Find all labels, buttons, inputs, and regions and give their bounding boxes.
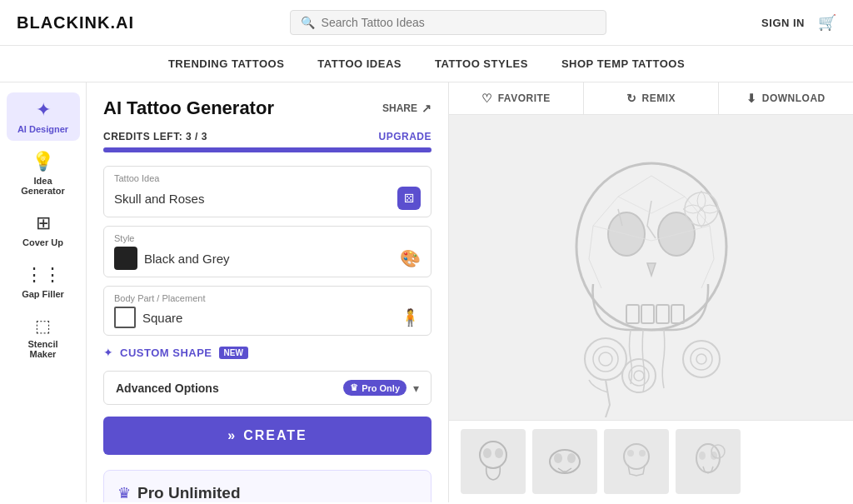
logo[interactable]: BLACKINK.AI (17, 13, 134, 32)
advanced-options-row[interactable]: Advanced Options ♛ Pro Only ▾ (103, 371, 431, 405)
body-part-value-row: Square (114, 307, 182, 328)
pro-crown-icon: ♛ (117, 484, 131, 502)
style-field[interactable]: Style Black and Grey 🎨 (103, 226, 431, 277)
create-button[interactable]: » CREATE (103, 417, 431, 455)
body-part-field[interactable]: Body Part / Placement Square 🧍 (103, 286, 431, 336)
square-placement-icon (114, 307, 136, 328)
body-part-value: Square (142, 311, 182, 325)
svg-point-25 (639, 450, 646, 457)
stencil-maker-icon: ⬚ (35, 316, 51, 336)
new-badge: NEW (219, 347, 248, 359)
person-placement-icon[interactable]: 🧍 (400, 307, 421, 327)
sidebar-label-idea-generator: Idea Generator (17, 176, 70, 196)
title-row: AI Tattoo Generator SHARE ↗ (103, 97, 431, 119)
upgrade-button[interactable]: UPGRADE (378, 131, 431, 142)
share-label: SHARE (382, 102, 417, 114)
dice-icon[interactable]: ⚄ (397, 187, 421, 210)
sidebar-label-gap-filler: Gap Filler (22, 289, 64, 299)
svg-point-9 (599, 352, 612, 366)
svg-point-7 (585, 338, 626, 380)
sidebar-label-cover-up: Cover Up (22, 237, 63, 247)
cover-up-icon: ⊞ (36, 212, 51, 234)
advanced-options-label: Advanced Options (116, 382, 219, 395)
body-part-content: Square 🧍 (114, 307, 421, 328)
custom-shape-star-icon: ✦ (103, 346, 113, 359)
download-icon: ⬇ (746, 92, 757, 105)
svg-point-21 (554, 453, 562, 463)
thumbnail-3[interactable] (604, 429, 669, 494)
idea-generator-icon: 💡 (32, 151, 54, 172)
pro-only-label: Pro Only (362, 383, 400, 393)
svg-point-19 (495, 448, 503, 458)
sidebar-item-cover-up[interactable]: ⊞ Cover Up (7, 206, 80, 254)
svg-point-20 (550, 450, 580, 473)
svg-rect-6 (671, 305, 684, 323)
sidebar-item-gap-filler[interactable]: ⋮⋮ Gap Filler (7, 257, 80, 306)
svg-point-10 (622, 359, 656, 392)
svg-point-27 (699, 452, 706, 460)
progress-fill (103, 147, 431, 152)
progress-bar (103, 147, 431, 152)
tattoo-idea-value: Skull and Roses (114, 192, 204, 206)
credits-text: CREDITS LEFT: 3 / 3 (103, 131, 207, 142)
credits-row: CREDITS LEFT: 3 / 3 UPGRADE (103, 131, 431, 142)
share-icon: ↗ (422, 102, 431, 115)
create-label: CREATE (243, 428, 307, 443)
share-button[interactable]: SHARE ↗ (382, 102, 431, 115)
gap-filler-icon: ⋮⋮ (25, 264, 62, 286)
main-layout: ✦ AI Designer 💡 Idea Generator ⊞ Cover U… (0, 82, 853, 502)
advanced-options-right: ♛ Pro Only ▾ (343, 380, 419, 396)
favorite-button[interactable]: ♡ FAVORITE (449, 82, 584, 114)
svg-point-24 (627, 450, 634, 457)
pro-title-row: ♛ Pro Unlimited (117, 484, 417, 502)
thumbnail-4[interactable] (676, 429, 741, 494)
style-label: Style (114, 233, 421, 243)
svg-point-14 (691, 348, 712, 370)
remix-button[interactable]: ↻ REMIX (584, 82, 719, 114)
sidebar-item-ai-designer[interactable]: ✦ AI Designer (7, 92, 80, 141)
thumbnail-1[interactable] (461, 429, 526, 494)
thumbnail-2[interactable] (532, 429, 597, 494)
sign-in-button[interactable]: SIGN IN (761, 17, 805, 29)
header: BLACKINK.AI 🔍 SIGN IN 🛒 (0, 0, 853, 46)
svg-point-22 (567, 453, 576, 463)
nav-item-styles[interactable]: TATTOO STYLES (435, 57, 528, 70)
svg-point-13 (683, 341, 720, 377)
nav-item-shop[interactable]: SHOP TEMP TATTOOS (561, 57, 685, 70)
sidebar: ✦ AI Designer 💡 Idea Generator ⊞ Cover U… (0, 82, 87, 502)
svg-point-12 (634, 371, 644, 381)
download-button[interactable]: ⬇ DOWNLOAD (719, 82, 853, 114)
svg-rect-5 (656, 305, 669, 323)
heart-icon: ♡ (481, 92, 493, 105)
ai-designer-icon: ✦ (36, 99, 51, 121)
pro-title: Pro Unlimited (137, 484, 241, 502)
svg-point-16 (685, 192, 718, 226)
custom-shape-label: CUSTOM SHAPE (120, 347, 212, 359)
body-part-label: Body Part / Placement (114, 293, 421, 303)
tattoo-idea-content: Skull and Roses ⚄ (114, 187, 421, 210)
create-icon: » (227, 428, 237, 443)
style-change-icon[interactable]: 🎨 (400, 248, 421, 268)
cart-icon[interactable]: 🛒 (818, 13, 836, 32)
main-nav: TRENDING TATTOOS TATTOO IDEAS TATTOO STY… (0, 46, 853, 82)
sidebar-item-idea-generator[interactable]: 💡 Idea Generator (7, 144, 80, 202)
favorite-label: FAVORITE (498, 92, 551, 104)
tattoo-idea-field[interactable]: Tattoo Idea Skull and Roses ⚄ (103, 166, 431, 217)
style-value: Black and Grey (144, 252, 230, 266)
custom-shape-row[interactable]: ✦ CUSTOM SHAPE NEW (103, 346, 431, 359)
page-title: AI Tattoo Generator (103, 97, 274, 119)
remix-icon: ↻ (626, 92, 637, 105)
svg-rect-4 (641, 305, 654, 323)
skull-preview-svg (501, 117, 801, 417)
nav-item-trending[interactable]: TRENDING TATTOOS (168, 57, 284, 70)
style-content: Black and Grey 🎨 (114, 247, 421, 270)
svg-point-8 (593, 347, 618, 372)
chevron-down-icon: ▾ (413, 382, 419, 395)
sidebar-label-stencil-maker: Stencil Maker (17, 339, 70, 359)
remix-label: REMIX (641, 92, 676, 104)
search-input[interactable] (322, 16, 596, 29)
pro-only-badge: ♛ Pro Only (343, 380, 407, 396)
sidebar-item-stencil-maker[interactable]: ⬚ Stencil Maker (7, 309, 80, 366)
style-value-row: Black and Grey (114, 247, 230, 270)
nav-item-ideas[interactable]: TATTOO IDEAS (317, 57, 402, 70)
